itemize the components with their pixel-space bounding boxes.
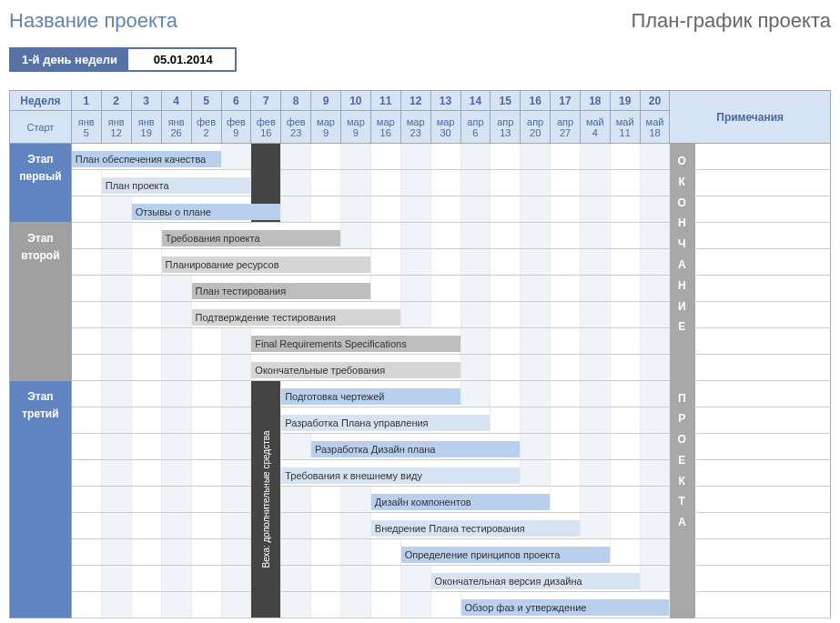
col-date-4: янв26 — [161, 111, 191, 144]
task-Отзывы о плане: Отзывы о плане — [132, 204, 281, 220]
task-bar: План обеспечения качества — [71, 144, 221, 170]
phase-2: Этапвторой — [10, 223, 72, 381]
col-date-1: янв5 — [71, 111, 101, 144]
task-Final Requirements Specifications: Final Requirements Specifications — [251, 336, 460, 352]
notes-cell[interactable] — [695, 513, 831, 539]
col-week-8: 8 — [281, 91, 311, 111]
task-Внедрение Плана тестирования: Внедрение Плана тестирования — [371, 520, 580, 537]
task-bar: Требования проекта — [161, 223, 340, 249]
notes-cell[interactable] — [695, 170, 831, 196]
task-Определение принципов проекта: Определение принципов проекта — [401, 547, 610, 563]
col-date-19: май11 — [610, 111, 640, 144]
task-Окончательные требования: Окончательные требования — [251, 362, 460, 378]
task-bar: Разработка Плана управления — [281, 407, 491, 434]
col-week-4: 4 — [161, 91, 191, 111]
col-week-12: 12 — [400, 91, 430, 111]
notes-cell[interactable] — [695, 407, 831, 434]
notes-cell[interactable] — [695, 566, 831, 592]
task-bar: Требования к внешнему виду — [281, 460, 521, 487]
task-bar: Подготовка чертежей — [281, 381, 460, 407]
notes-cell[interactable] — [695, 381, 831, 407]
col-date-17: апр27 — [551, 111, 581, 144]
notes-cell[interactable] — [695, 592, 831, 618]
col-header-start: Старт — [10, 111, 72, 144]
col-week-6: 6 — [221, 91, 251, 111]
col-week-14: 14 — [460, 91, 491, 111]
task-Разработка Дизайн плана: Разработка Дизайн плана — [311, 441, 520, 457]
notes-cell[interactable] — [695, 434, 831, 460]
col-date-3: янв19 — [131, 111, 161, 144]
col-week-9: 9 — [311, 91, 341, 111]
task-План проекта: План проекта — [102, 177, 251, 194]
task-Требования к внешнему виду: Требования к внешнему виду — [281, 467, 520, 484]
task-bar: Окончательные требования — [251, 355, 460, 381]
col-week-7: 7 — [251, 91, 281, 111]
task-bar: Дизайн компонентов — [370, 487, 550, 513]
col-week-11: 11 — [370, 91, 400, 111]
task-Окончательная версия дизайна: Окончательная версия дизайна — [431, 573, 640, 589]
col-week-3: 3 — [131, 91, 161, 111]
task-bar: Определение принципов проекта — [400, 539, 610, 566]
col-date-10: мар9 — [340, 111, 370, 144]
col-week-19: 19 — [610, 91, 640, 111]
col-week-17: 17 — [551, 91, 581, 111]
task-Подтверждение тестирования: Подтверждение тестирования — [192, 309, 400, 326]
week-start-date[interactable]: 05.01.2014 — [131, 49, 235, 70]
notes-cell[interactable] — [695, 249, 831, 276]
col-week-15: 15 — [491, 91, 521, 111]
task-План обеспечения качества: План обеспечения качества — [72, 151, 221, 167]
notes-cell[interactable] — [695, 328, 831, 355]
col-header-week: Неделя — [10, 91, 72, 111]
notes-cell[interactable] — [695, 302, 831, 328]
task-bar: Планирование ресурсов — [161, 249, 370, 276]
week-start-label: 1-й день недели — [11, 49, 128, 70]
col-date-15: апр13 — [491, 111, 521, 144]
notes-cell[interactable] — [695, 144, 831, 170]
task-bar: Окончательная версия дизайна — [430, 566, 640, 592]
phase-1: Этаппервый — [10, 144, 72, 223]
col-week-20: 20 — [640, 91, 670, 111]
col-date-14: апр6 — [460, 111, 491, 144]
gantt-chart: Неделя1234567891011121314151617181920При… — [9, 90, 831, 618]
milestone-col: Веха: дополнительные средства — [251, 381, 281, 618]
col-date-6: фев9 — [221, 111, 251, 144]
col-date-20: май18 — [640, 111, 670, 144]
end-label-top: ОКОНЧАНИЕ — [670, 144, 695, 381]
notes-cell[interactable] — [695, 460, 831, 487]
notes-cell[interactable] — [695, 276, 831, 302]
col-date-18: май4 — [580, 111, 610, 144]
task-Требования проекта: Требования проекта — [162, 230, 340, 246]
task-bar: Обзор фаз и утверждение — [460, 592, 670, 618]
col-week-18: 18 — [580, 91, 610, 111]
col-date-5: фев2 — [191, 111, 221, 144]
task-Дизайн компонентов: Дизайн компонентов — [371, 494, 550, 510]
col-week-16: 16 — [521, 91, 551, 111]
notes-cell[interactable] — [695, 223, 831, 249]
task-Подготовка чертежей: Подготовка чертежей — [281, 388, 460, 405]
task-bar: Внедрение Плана тестирования — [370, 513, 580, 539]
task-bar: План проекта — [101, 170, 251, 196]
task-bar: Отзывы о плане — [131, 196, 281, 223]
col-date-13: мар30 — [430, 111, 460, 144]
task-bar: Разработка Дизайн плана — [311, 434, 521, 460]
col-date-2: янв12 — [101, 111, 131, 144]
notes-cell[interactable] — [695, 487, 831, 513]
col-date-16: апр20 — [521, 111, 551, 144]
col-date-8: фев23 — [281, 111, 311, 144]
chart-title: План-график проекта — [631, 9, 831, 33]
task-Планирование ресурсов: Планирование ресурсов — [162, 256, 370, 273]
task-bar: Final Requirements Specifications — [251, 328, 460, 355]
page-title: Название проекта — [9, 9, 177, 33]
col-week-1: 1 — [71, 91, 101, 111]
task-План тестирования: План тестирования — [192, 283, 370, 299]
notes-cell[interactable] — [695, 539, 831, 566]
task-bar: План тестирования — [191, 276, 370, 302]
col-date-11: мар16 — [370, 111, 400, 144]
task-Разработка Плана управления: Разработка Плана управления — [281, 415, 490, 431]
notes-cell[interactable] — [695, 355, 831, 381]
col-week-2: 2 — [101, 91, 131, 111]
end-label-bottom: ПРОЕКТА — [670, 381, 695, 618]
notes-cell[interactable] — [695, 196, 831, 223]
phase-3: Этаптретий — [10, 381, 72, 618]
col-week-10: 10 — [340, 91, 370, 111]
